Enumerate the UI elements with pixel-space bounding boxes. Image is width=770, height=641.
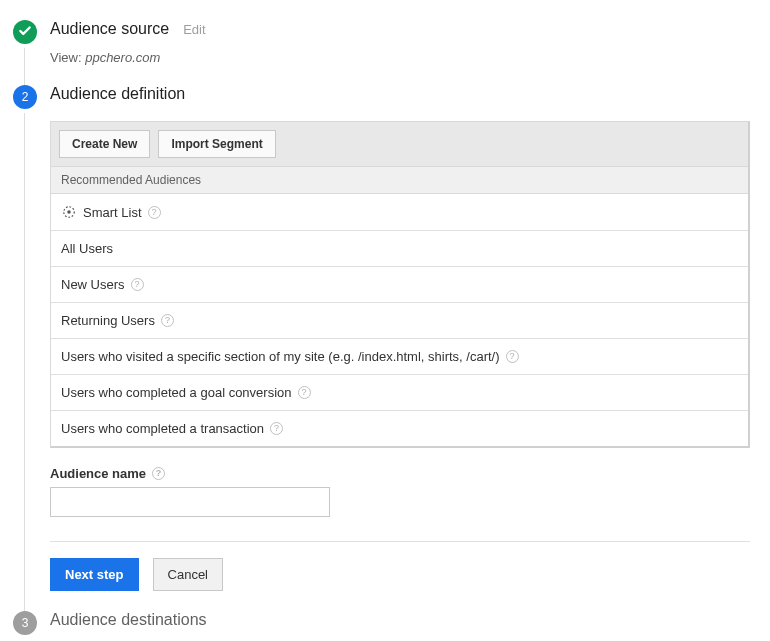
- view-value: ppchero.com: [85, 50, 160, 65]
- svg-point-1: [67, 210, 71, 214]
- step-audience-definition: 2 Audience definition Create New Import …: [10, 85, 750, 611]
- cancel-button[interactable]: Cancel: [153, 558, 223, 591]
- action-row: Next step Cancel: [50, 558, 750, 591]
- audience-item-label: Users who visited a specific section of …: [61, 349, 500, 364]
- help-icon[interactable]: ?: [298, 386, 311, 399]
- audience-item-all-users[interactable]: All Users: [51, 231, 748, 267]
- help-icon[interactable]: ?: [131, 278, 144, 291]
- help-icon[interactable]: ?: [152, 467, 165, 480]
- panel-toolbar: Create New Import Segment: [51, 122, 748, 167]
- step-title: Audience source: [50, 20, 169, 38]
- step-title: Audience destinations: [50, 611, 207, 629]
- step-audience-destinations: 3 Audience destinations: [10, 611, 750, 641]
- audience-item-label: All Users: [61, 241, 113, 256]
- audience-item-returning-users[interactable]: Returning Users ?: [51, 303, 748, 339]
- audience-item-smart-list[interactable]: Smart List ?: [51, 194, 748, 231]
- audience-name-label: Audience name ?: [50, 466, 750, 481]
- view-label: View:: [50, 50, 85, 65]
- audience-name-input[interactable]: [50, 487, 330, 517]
- audience-item-specific-section[interactable]: Users who visited a specific section of …: [51, 339, 748, 375]
- audience-list: Smart List ? All Users New Users ? Retur…: [51, 194, 748, 446]
- audience-item-new-users[interactable]: New Users ?: [51, 267, 748, 303]
- smart-list-icon: [61, 204, 77, 220]
- help-icon[interactable]: ?: [506, 350, 519, 363]
- audience-item-goal-conversion[interactable]: Users who completed a goal conversion ?: [51, 375, 748, 411]
- step-audience-source: Audience source Edit View: ppchero.com: [10, 20, 750, 85]
- step-title: Audience definition: [50, 85, 185, 103]
- help-icon[interactable]: ?: [270, 422, 283, 435]
- help-icon[interactable]: ?: [161, 314, 174, 327]
- create-new-button[interactable]: Create New: [59, 130, 150, 158]
- check-icon: [18, 24, 32, 41]
- divider: [50, 541, 750, 542]
- edit-link[interactable]: Edit: [183, 22, 205, 37]
- next-step-button[interactable]: Next step: [50, 558, 139, 591]
- step-number-badge: 2: [13, 85, 37, 109]
- step-complete-badge: [13, 20, 37, 44]
- audience-item-label: Smart List: [83, 205, 142, 220]
- audience-item-label: Users who completed a transaction: [61, 421, 264, 436]
- audience-definition-panel: Create New Import Segment Recommended Au…: [50, 121, 750, 448]
- step-number-badge: 3: [13, 611, 37, 635]
- audience-name-field-row: Audience name ?: [50, 466, 750, 517]
- audience-item-label: Returning Users: [61, 313, 155, 328]
- audience-item-label: Users who completed a goal conversion: [61, 385, 292, 400]
- view-subtitle: View: ppchero.com: [50, 50, 750, 65]
- audience-item-transaction[interactable]: Users who completed a transaction ?: [51, 411, 748, 446]
- help-icon[interactable]: ?: [148, 206, 161, 219]
- audience-item-label: New Users: [61, 277, 125, 292]
- audience-name-label-text: Audience name: [50, 466, 146, 481]
- recommended-audiences-header: Recommended Audiences: [51, 167, 748, 194]
- import-segment-button[interactable]: Import Segment: [158, 130, 275, 158]
